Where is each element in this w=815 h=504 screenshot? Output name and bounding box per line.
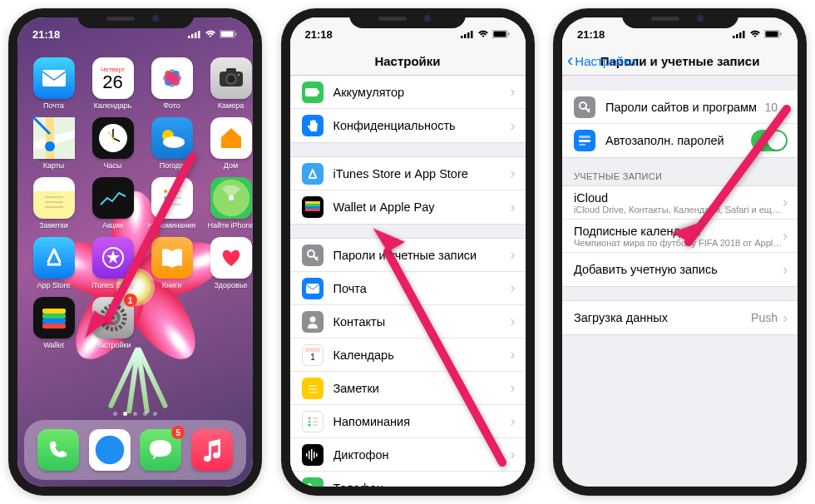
app-weather[interactable]: Погода — [149, 117, 195, 170]
row-contacts[interactable]: Контакты› — [290, 305, 526, 338]
badge: 5 — [171, 426, 185, 439]
svg-rect-43 — [42, 319, 66, 324]
svg-rect-90 — [736, 34, 738, 38]
chevron-icon: › — [511, 117, 516, 135]
svg-rect-94 — [766, 32, 778, 37]
app-wallet[interactable]: Wallet — [31, 297, 77, 349]
app-messages[interactable]: 5 — [140, 429, 181, 471]
phone-passwords-accounts: 21:18 ‹Настройки Пароли и учетные записи… — [553, 8, 807, 496]
svg-point-29 — [163, 136, 185, 148]
stocks-icon — [92, 177, 134, 219]
app-mail[interactable]: Почта — [31, 57, 77, 110]
battery-icon — [220, 30, 238, 38]
app-find-iphone[interactable]: Найти iPhone — [208, 177, 253, 230]
chevron-icon: › — [511, 83, 516, 101]
svg-point-33 — [164, 190, 167, 193]
svg-rect-3 — [198, 31, 200, 38]
svg-rect-54 — [467, 32, 470, 38]
app-clock[interactable]: Часы — [90, 117, 136, 170]
app-home[interactable]: Дом — [208, 117, 253, 170]
chevron-icon: › — [511, 479, 516, 487]
row-account-subscribed-calendars[interactable]: Подписные календариЧемпионат мира по фут… — [562, 220, 798, 253]
svg-rect-101 — [579, 144, 585, 146]
svg-point-27 — [111, 137, 114, 140]
accounts-list[interactable]: Пароли сайтов и программ10› Автозаполн. … — [562, 76, 798, 487]
svg-point-76 — [308, 417, 310, 419]
row-account-icloud[interactable]: iCloudiCloud Drive, Контакты, Календари,… — [562, 186, 798, 220]
app-camera[interactable]: Камера — [208, 57, 253, 110]
row-itunes-appstore[interactable]: iTunes Store и App Store› — [290, 157, 526, 190]
chevron-icon: › — [511, 379, 516, 397]
chevron-icon: › — [511, 446, 516, 463]
app-maps[interactable]: Карты — [31, 117, 77, 170]
toggle-switch[interactable] — [751, 130, 788, 151]
row-notes[interactable]: Заметки› — [290, 372, 526, 405]
row-add-account[interactable]: Добавить учетную запись› — [562, 253, 798, 286]
phone-home-screen: 21:18 Почта Четверг26Календарь Фото Каме… — [8, 8, 262, 496]
svg-rect-91 — [739, 32, 742, 38]
app-safari[interactable] — [89, 429, 131, 471]
app-music[interactable] — [191, 429, 233, 471]
svg-rect-61 — [305, 201, 320, 204]
notch — [77, 8, 194, 28]
notch — [622, 8, 738, 28]
app-calendar[interactable]: Четверг26Календарь — [90, 57, 136, 110]
radar-icon — [210, 177, 252, 219]
status-time: 21:18 — [305, 28, 333, 41]
app-reminders[interactable]: Напоминания — [149, 177, 195, 230]
weather-icon — [151, 117, 193, 159]
settings-list[interactable]: Аккумулятор› Конфиденциальность› iTunes … — [290, 76, 526, 487]
svg-rect-85 — [314, 452, 315, 458]
signal-icon — [461, 30, 474, 38]
svg-rect-82 — [306, 453, 308, 457]
wallet-icon — [33, 297, 75, 338]
svg-rect-100 — [579, 140, 590, 142]
chevron-icon: › — [783, 261, 788, 279]
row-passwords-accounts[interactable]: Пароли и учетные записи› — [290, 239, 526, 272]
svg-line-98 — [588, 109, 590, 111]
row-mail[interactable]: Почта› — [290, 272, 526, 305]
row-autofill-passwords[interactable]: Автозаполн. паролей — [562, 124, 798, 157]
svg-rect-44 — [42, 324, 66, 329]
svg-point-35 — [164, 196, 167, 200]
svg-rect-59 — [305, 88, 318, 96]
battery-icon — [492, 30, 511, 38]
row-website-passwords[interactable]: Пароли сайтов и программ10› — [562, 91, 798, 124]
back-button[interactable]: ‹Настройки — [567, 53, 636, 68]
svg-rect-17 — [226, 68, 236, 73]
svg-rect-89 — [733, 36, 735, 38]
svg-rect-64 — [305, 209, 320, 211]
row-privacy[interactable]: Конфиденциальность› — [290, 109, 526, 142]
svg-rect-58 — [508, 32, 510, 36]
badge: 1 — [124, 294, 137, 307]
app-settings[interactable]: 1Настройки — [90, 297, 136, 349]
chevron-icon: › — [511, 246, 516, 264]
app-notes[interactable]: Заметки — [31, 177, 77, 230]
row-reminders[interactable]: Напоминания› — [290, 405, 526, 438]
row-fetch-data[interactable]: Загрузка данныхPush› — [562, 301, 798, 334]
app-itunes[interactable]: iTunes Store — [90, 237, 136, 289]
gear-icon: 1 — [92, 297, 134, 338]
app-books[interactable]: Книги — [149, 237, 195, 289]
svg-rect-2 — [195, 32, 197, 38]
chevron-icon: › — [511, 346, 516, 363]
maps-icon — [33, 117, 75, 159]
app-phone[interactable] — [37, 429, 79, 471]
waveform-icon — [302, 444, 324, 466]
app-photos[interactable]: Фото — [149, 57, 195, 110]
svg-rect-42 — [42, 314, 66, 319]
svg-rect-83 — [309, 451, 310, 459]
wifi-icon — [749, 30, 761, 38]
row-calendar[interactable]: 1Календарь› — [290, 338, 526, 372]
row-voice-memos[interactable]: Диктофон› — [290, 438, 526, 472]
status-indicators — [461, 30, 511, 38]
row-phone[interactable]: Телефон› — [290, 472, 526, 487]
hand-icon — [302, 115, 324, 136]
svg-rect-53 — [464, 34, 467, 38]
app-health[interactable]: Здоровье — [208, 237, 253, 289]
row-wallet-applepay[interactable]: Wallet и Apple Pay› — [290, 190, 526, 224]
app-stocks[interactable]: Акции — [90, 177, 136, 230]
svg-rect-92 — [743, 31, 745, 38]
row-battery[interactable]: Аккумулятор› — [290, 76, 526, 109]
app-appstore[interactable]: App Store — [31, 237, 77, 289]
